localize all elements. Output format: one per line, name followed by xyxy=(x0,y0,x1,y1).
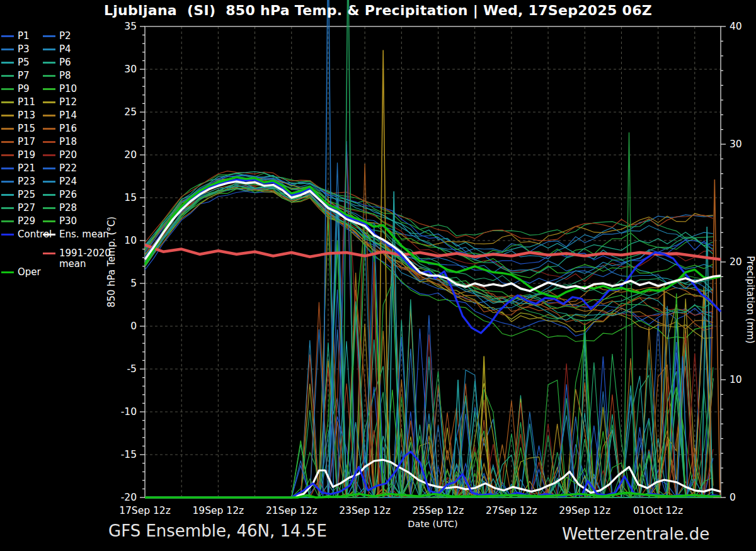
svg-text:5: 5 xyxy=(130,278,137,289)
legend-label: P15 xyxy=(18,123,35,134)
svg-text:17Sep 12z: 17Sep 12z xyxy=(119,505,171,516)
legend-swatch-icon xyxy=(1,88,14,90)
legend-label: P25 xyxy=(18,190,35,200)
legend-item-p21: P21 xyxy=(1,162,35,174)
legend-label: P4 xyxy=(59,44,71,55)
legend-item-p1: P1 xyxy=(1,30,30,42)
legend-swatch-icon xyxy=(1,75,14,77)
site-credit: Wetterzentrale.de xyxy=(562,525,709,543)
legend-label: P8 xyxy=(59,71,71,81)
legend-label: P7 xyxy=(18,71,30,81)
svg-text:-5: -5 xyxy=(127,363,137,375)
legend-label: P28 xyxy=(59,203,77,213)
legend-label: P13 xyxy=(18,110,35,121)
legend-label: P5 xyxy=(18,57,30,68)
legend-swatch-icon xyxy=(1,168,14,169)
legend-item-p11: P11 xyxy=(1,96,35,108)
legend-swatch-icon xyxy=(1,154,14,156)
legend-label: P11 xyxy=(18,97,35,108)
legend-swatch-icon xyxy=(43,234,55,236)
legend-swatch-icon xyxy=(43,194,55,196)
legend-label: P10 xyxy=(59,84,77,94)
svg-text:20: 20 xyxy=(730,256,742,268)
legend-swatch-icon xyxy=(1,220,14,222)
legend-label: P27 xyxy=(18,203,35,213)
legend-item-1991-2020-mean: 1991-2020 mean xyxy=(43,248,111,261)
legend-label: P14 xyxy=(59,110,77,121)
legend-item-p25: P25 xyxy=(1,188,35,201)
legend-item-p19: P19 xyxy=(1,149,35,161)
legend-item-p27: P27 xyxy=(1,202,35,214)
svg-text:25Sep 12z: 25Sep 12z xyxy=(413,505,464,516)
legend-item-oper: Oper xyxy=(1,266,41,278)
svg-text:10: 10 xyxy=(124,235,137,246)
svg-text:-10: -10 xyxy=(121,406,137,418)
legend-label: P22 xyxy=(59,163,77,174)
legend-label: P6 xyxy=(59,57,71,68)
legend-item-p20: P20 xyxy=(43,149,77,161)
legend-item-ens-mean: Ens. mean xyxy=(43,228,109,241)
axis-ticks xyxy=(140,26,726,497)
legend-swatch-icon xyxy=(1,115,14,116)
legend-swatch-icon xyxy=(43,207,55,209)
svg-text:01Oct 12z: 01Oct 12z xyxy=(633,505,683,516)
svg-text:-15: -15 xyxy=(121,449,137,460)
svg-text:23Sep 12z: 23Sep 12z xyxy=(339,505,391,516)
legend-swatch-icon xyxy=(1,62,14,64)
ensemble-plume-chart: -20-15-10-50510152025303501020304017Sep … xyxy=(0,0,756,551)
svg-text:35: 35 xyxy=(124,21,137,32)
svg-text:30: 30 xyxy=(124,64,137,75)
legend-item-p5: P5 xyxy=(1,56,30,69)
legend-swatch-icon xyxy=(43,154,55,156)
legend-item-p18: P18 xyxy=(43,135,77,148)
legend-label: P3 xyxy=(18,44,30,55)
legend-swatch-icon xyxy=(43,115,55,116)
legend-swatch-icon xyxy=(43,88,55,90)
legend-item-p10: P10 xyxy=(43,82,77,95)
legend-swatch-icon xyxy=(1,141,14,143)
svg-text:15: 15 xyxy=(124,192,137,203)
legend-swatch-icon xyxy=(43,48,55,50)
y-right-axis-title: Precipitation (mm) xyxy=(745,256,756,343)
legend-label: P9 xyxy=(18,84,30,94)
legend-swatch-icon xyxy=(43,141,55,143)
legend-label: 1991-2020 mean xyxy=(59,248,111,270)
legend-item-p4: P4 xyxy=(43,43,71,55)
legend-label: P29 xyxy=(18,216,35,227)
wetterzentrale-ensemble-page: { "title": "Ljubljana (SI) 850 hPa Temp.… xyxy=(0,0,756,551)
legend-item-p7: P7 xyxy=(1,69,30,82)
legend-item-p30: P30 xyxy=(43,215,77,227)
legend-swatch-icon xyxy=(1,101,14,103)
legend-item-p28: P28 xyxy=(43,202,77,214)
svg-text:40: 40 xyxy=(730,21,742,32)
svg-text:30: 30 xyxy=(730,139,742,150)
legend-swatch-icon xyxy=(1,207,14,209)
legend-item-p24: P24 xyxy=(43,175,77,188)
legend-label: P24 xyxy=(59,176,77,187)
legend-label: P2 xyxy=(59,31,71,42)
svg-text:27Sep 12z: 27Sep 12z xyxy=(486,505,537,516)
legend-item-p15: P15 xyxy=(1,122,35,135)
svg-text:-20: -20 xyxy=(121,492,137,503)
legend-label: P17 xyxy=(18,137,35,147)
legend-label: P1 xyxy=(18,31,30,42)
axis-tick-labels: -20-15-10-50510152025303501020304017Sep … xyxy=(119,21,742,516)
legend-label: P12 xyxy=(59,97,77,108)
feature-precip-spikes xyxy=(323,0,719,497)
legend-item-p22: P22 xyxy=(43,162,77,174)
legend-swatch-icon xyxy=(43,35,55,37)
legend-item-p16: P16 xyxy=(43,122,77,135)
legend-item-p6: P6 xyxy=(43,56,71,69)
legend-label: P16 xyxy=(59,123,77,134)
legend-swatch-icon xyxy=(43,101,55,103)
legend-swatch-icon xyxy=(43,75,55,77)
legend-swatch-icon xyxy=(1,35,14,37)
legend-item-p2: P2 xyxy=(43,30,71,42)
svg-text:20: 20 xyxy=(124,149,137,161)
legend-swatch-icon xyxy=(1,128,14,130)
legend-swatch-icon xyxy=(43,62,55,64)
legend-item-p17: P17 xyxy=(1,135,35,148)
legend-swatch-icon xyxy=(43,181,55,183)
chart-title: Ljubljana (SI) 850 hPa Temp. & Precipita… xyxy=(0,3,756,18)
legend-swatch-icon xyxy=(1,181,14,183)
